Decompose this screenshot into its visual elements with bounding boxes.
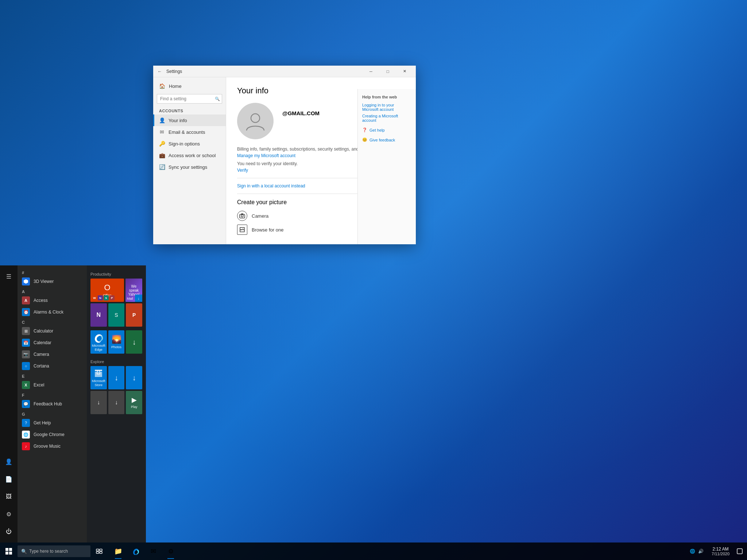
taskbar-settings-icon: ⚙ [166, 547, 175, 556]
download-tile-1[interactable]: ↓ [126, 330, 142, 354]
system-tray[interactable]: 🌐 🔊 [686, 549, 707, 554]
sidebar-item-sync[interactable]: 🔄 Sync your settings [153, 161, 226, 173]
task-view-button[interactable] [90, 542, 108, 560]
help-link-create[interactable]: Creating a Microsoft account [362, 114, 411, 122]
app-calendar[interactable]: 📅 Calendar [18, 337, 87, 349]
search-input[interactable] [157, 94, 222, 104]
access-work-icon: 💼 [159, 152, 165, 158]
start-icon[interactable] [1, 286, 17, 302]
taskbar-pinned-apps: 📁 ✉ ⚙ [109, 542, 179, 560]
tiles-row-3: Microsoft Edge 🌄 Photos ↓ [90, 330, 142, 354]
get-help-action[interactable]: ❓ Get help [362, 128, 411, 132]
letter-hash: # [18, 268, 87, 276]
taskbar-file-explorer[interactable]: 📁 [109, 542, 127, 560]
back-button[interactable]: ← [156, 68, 163, 75]
power-strip-icon[interactable]: ⏻ [1, 524, 17, 540]
sidebar-item-sign-in-label: Sign-in options [169, 141, 200, 147]
download-tile-3[interactable]: ↓ [126, 366, 142, 389]
skype-tile[interactable]: S [108, 303, 125, 327]
clock-date: 7/11/2020 [712, 552, 729, 556]
close-button[interactable]: ✕ [396, 66, 413, 77]
feedback-action[interactable]: 😊 Give feedback [362, 137, 411, 142]
sidebar-item-access-work[interactable]: 💼 Access work or school [153, 149, 226, 161]
edge-tile-label: Microsoft Edge [92, 344, 105, 352]
spacer-2 [90, 355, 142, 357]
cortana-icon: ○ [22, 362, 30, 370]
start-button[interactable] [0, 542, 18, 560]
app-calculator[interactable]: ⊞ Calculator [18, 325, 87, 337]
avatar [237, 103, 274, 139]
app-get-help[interactable]: ? Get Help [18, 417, 87, 429]
download-tile-2[interactable]: ↓ [108, 366, 125, 389]
app-tile-2[interactable]: ↓ [108, 391, 125, 414]
settings-body: 🏠 Home 🔍 Accounts 👤 Your info ✉ Email & … [153, 77, 416, 244]
taskbar-edge[interactable] [127, 542, 144, 560]
settings-strip-icon[interactable]: ⚙ [1, 506, 17, 522]
clock[interactable]: 2:12 AM 7/11/2020 [707, 542, 734, 560]
email-icon: ✉ [159, 129, 165, 135]
home-icon: 🏠 [159, 83, 165, 89]
feedback-app-icon: 💬 [22, 400, 30, 408]
store-tile[interactable]: Microsoft Store [90, 366, 107, 389]
app-chrome[interactable]: 🌐 Google Chrome [18, 429, 87, 440]
documents-strip-icon[interactable]: 📄 [1, 471, 17, 487]
camera-icon [237, 211, 247, 221]
notification-center[interactable] [734, 542, 746, 560]
tiles-row-1: O Office W N S P [90, 279, 142, 302]
notification-icon [737, 548, 743, 554]
mail-tile[interactable]: We speakYahoo! Mail ↓ [125, 279, 142, 302]
clock-time: 2:12 AM [713, 547, 729, 552]
taskbar-settings[interactable]: ⚙ [162, 542, 179, 560]
sidebar-item-email-label: Email & accounts [169, 129, 205, 135]
app-excel[interactable]: X Excel [18, 379, 87, 391]
store-icon [94, 369, 103, 378]
app-alarms-clock[interactable]: ⏰ Alarms & Clock [18, 306, 87, 318]
camera-label: Camera [252, 213, 268, 219]
account-strip-icon[interactable]: 👤 [1, 454, 17, 470]
app-feedback[interactable]: 💬 Feedback Hub [18, 398, 87, 410]
app-groove[interactable]: ♪ Groove Music [18, 440, 87, 452]
letter-e: E [18, 372, 87, 379]
pictures-strip-icon[interactable]: 🖼 [1, 489, 17, 505]
minimize-button[interactable]: ─ [363, 66, 379, 77]
sign-in-icon: 🔑 [159, 141, 165, 147]
svg-rect-12 [100, 549, 102, 551]
photos-tile[interactable]: 🌄 Photos [108, 330, 125, 354]
sidebar-item-sync-label: Sync your settings [169, 164, 207, 170]
help-link-login[interactable]: Logging in to your Microsoft account [362, 103, 411, 112]
sidebar-item-your-info[interactable]: 👤 Your info [153, 114, 226, 126]
svg-point-1 [241, 215, 243, 217]
sidebar-home[interactable]: 🏠 Home [153, 80, 226, 92]
app-cortana[interactable]: ○ Cortana [18, 360, 87, 372]
svg-rect-9 [5, 552, 8, 555]
svg-point-5 [97, 370, 98, 372]
letter-f: F [18, 391, 87, 398]
sidebar-section-title: Accounts [153, 106, 226, 114]
maximize-button[interactable]: □ [379, 66, 396, 77]
office-tile[interactable]: O Office W N S P [90, 279, 124, 302]
taskbar-search[interactable]: 🔍 Type here to search [18, 545, 90, 557]
get-help-label: Get help [369, 128, 385, 132]
play-tile-label: Play [131, 405, 138, 409]
excel-icon: X [22, 381, 30, 389]
hamburger-icon[interactable]: ☰ [1, 268, 17, 284]
play-tile[interactable]: ▶ Play [126, 391, 142, 414]
cortana-label: Cortana [34, 363, 49, 369]
sidebar-item-sign-in[interactable]: 🔑 Sign-in options [153, 138, 226, 149]
svg-rect-13 [96, 552, 99, 553]
powerpoint-tile[interactable]: P [126, 303, 142, 327]
app-3d-viewer[interactable]: 3D Viewer [18, 276, 87, 287]
sidebar-item-email-accounts[interactable]: ✉ Email & accounts [153, 126, 226, 138]
sync-icon: 🔄 [159, 164, 165, 170]
taskbar-mail[interactable]: ✉ [144, 542, 162, 560]
alarms-icon: ⏰ [22, 308, 30, 316]
app-camera[interactable]: 📷 Camera [18, 349, 87, 360]
edge-tile[interactable]: Microsoft Edge [90, 330, 107, 354]
app-access[interactable]: A Access [18, 295, 87, 306]
avatar-icon [244, 110, 266, 132]
onenote-tile[interactable]: N [90, 303, 107, 327]
calendar-label: Calendar [34, 340, 51, 345]
app-tile-1[interactable]: ↓ [90, 391, 107, 414]
home-label: Home [169, 83, 182, 89]
settings-sidebar: 🏠 Home 🔍 Accounts 👤 Your info ✉ Email & … [153, 77, 226, 244]
